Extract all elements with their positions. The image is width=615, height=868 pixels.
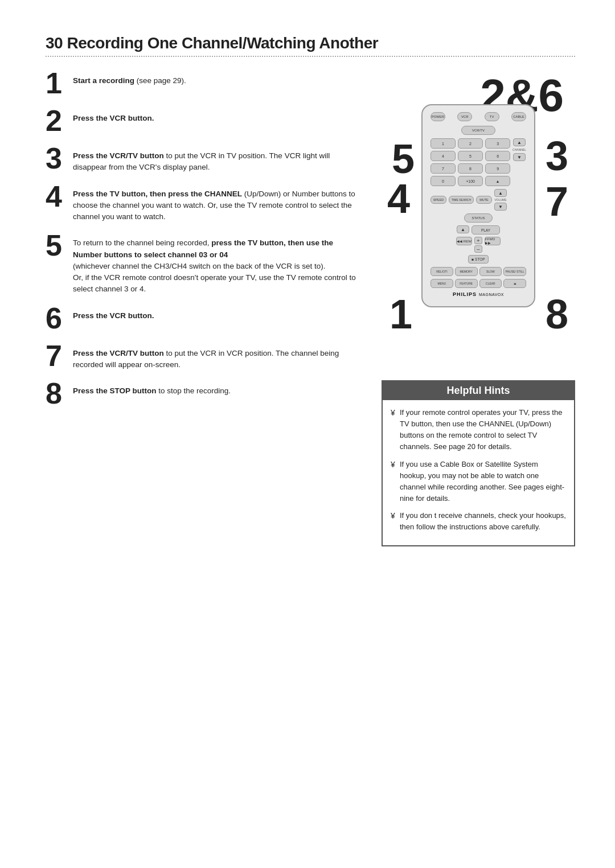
- step-2-bold: Press the VCR button.: [73, 114, 154, 122]
- remote-diagram: 2&6 5 4 3 7 1 8 POWER VCR TV CABLE: [387, 73, 569, 369]
- num-6-button[interactable]: 6: [485, 151, 510, 161]
- rew-button[interactable]: ◀◀ REW: [456, 237, 472, 245]
- step-8: 8 Press the STOP button to stop the reco…: [46, 383, 359, 408]
- status-row: STATUS: [430, 213, 526, 223]
- clear-button[interactable]: CLEAR: [479, 279, 502, 288]
- hint-text-1: If your remote control operates your TV,…: [400, 407, 566, 453]
- overlay-num-7: 7: [546, 181, 568, 222]
- hint-text-3: If you don t receive channels, check you…: [400, 510, 566, 533]
- brand-philips: PHILIPS: [453, 291, 477, 297]
- num-0-button[interactable]: 0: [430, 176, 456, 186]
- power-button[interactable]: POWER: [430, 112, 445, 121]
- step-8-number: 8: [46, 379, 67, 408]
- step-8-content: Press the STOP button to stop the record…: [73, 383, 359, 408]
- step-1-number: 1: [46, 68, 67, 98]
- overlay-num-4: 4: [387, 178, 410, 219]
- step-3-bold: Press the VCR/TV button: [73, 151, 164, 160]
- status-button[interactable]: STATUS: [464, 213, 493, 223]
- step-6: 6 Press the VCR button.: [46, 308, 359, 333]
- slow-button[interactable]: SLOW: [479, 267, 502, 276]
- menu-row: MENU FEATURE CLEAR ⏏: [430, 279, 526, 288]
- step-1-normal: (see page 29).: [134, 76, 186, 85]
- bottom-section: REL/OTI MEMORY SLOW PAUSE/ STILL: [430, 267, 526, 276]
- steps-column: 1 Start a recording (see page 29). 2 Pre…: [46, 73, 359, 546]
- plus-button[interactable]: +: [474, 237, 482, 244]
- time-search-button[interactable]: TIME SEARCH: [449, 196, 474, 204]
- pause-still-button[interactable]: PAUSE/ STILL: [503, 267, 526, 276]
- section-divider: [46, 56, 575, 57]
- stop-row: ■ STOP: [430, 255, 526, 264]
- stop-button[interactable]: ■ STOP: [468, 255, 489, 264]
- speed-button[interactable]: SPEED: [430, 196, 446, 204]
- channel-down-button[interactable]: ▼: [513, 153, 526, 161]
- remote-control: POWER VCR TV CABLE VCR/TV 1 2: [421, 104, 535, 307]
- overlay-num-1: 1: [390, 294, 412, 335]
- step-3-content: Press the VCR/TV button to put the VCR i…: [73, 148, 359, 174]
- hint-bullet-3: ¥: [391, 510, 397, 533]
- remote-body: POWER VCR TV CABLE VCR/TV 1 2: [421, 104, 535, 307]
- hint-item-2: ¥ If you use a Cable Box or Satellite Sy…: [391, 459, 566, 505]
- step-2-content: Press the VCR button.: [73, 110, 359, 135]
- page-title: 30 Recording One Channel/Watching Anothe…: [46, 34, 575, 52]
- play-up-arrow[interactable]: ▲: [457, 225, 469, 233]
- step-2-number: 2: [46, 106, 67, 135]
- speed-row: SPEED TIME SEARCH MUTE ▲ VOLUME ▼: [430, 189, 526, 211]
- step-5: 5 To return to the channel being recorde…: [46, 235, 359, 295]
- vol-down-button[interactable]: ▼: [494, 203, 507, 211]
- memory-button[interactable]: MEMORY: [455, 267, 478, 276]
- hint-item-1: ¥ If your remote control operates your T…: [391, 407, 566, 453]
- volume-label: VOLUME: [494, 198, 506, 201]
- step-1-content: Start a recording (see page 29).: [73, 73, 359, 98]
- step-5-number: 5: [46, 231, 67, 295]
- helpful-hints-box: Helpful Hints ¥ If your remote control o…: [382, 380, 575, 546]
- num-100-button[interactable]: +100: [458, 176, 483, 186]
- right-column: 2&6 5 4 3 7 1 8 POWER VCR TV CABLE: [382, 73, 575, 546]
- volume-column: ▲ VOLUME ▼: [494, 189, 507, 211]
- step-6-bold: Press the VCR button.: [73, 311, 154, 320]
- play-button[interactable]: PLAY: [472, 225, 500, 235]
- feature-button[interactable]: FEATURE: [455, 279, 478, 288]
- step-7-number: 7: [46, 341, 67, 371]
- vcr-button[interactable]: VCR: [457, 112, 472, 121]
- step-5-prefix: To return to the channel being recorded,: [73, 238, 211, 247]
- plus-minus-buttons: + –: [474, 237, 482, 253]
- cable-button[interactable]: CABLE: [511, 112, 526, 121]
- step-5-content: To return to the channel being recorded,…: [73, 235, 359, 295]
- vcrtv-row: VCR/TV: [430, 126, 526, 135]
- step-6-number: 6: [46, 303, 67, 333]
- vcrtv-button[interactable]: VCR/TV: [461, 126, 495, 135]
- step-4-number: 4: [46, 182, 67, 223]
- vol-up-button[interactable]: ▲: [494, 189, 507, 197]
- num-1-button[interactable]: 1: [430, 138, 456, 149]
- num-4-button[interactable]: 4: [430, 151, 456, 161]
- num-3-button[interactable]: 3: [485, 138, 510, 149]
- mute-button[interactable]: MUTE: [476, 196, 492, 204]
- step-3-number: 3: [46, 143, 67, 174]
- step-8-bold: Press the STOP button: [73, 386, 157, 395]
- num-2-button[interactable]: 2: [458, 138, 483, 149]
- channel-column: ▲ CHANNEL ▼: [512, 138, 526, 186]
- overlay-num-8: 8: [546, 294, 568, 335]
- step-8-normal: to stop the recording.: [157, 386, 231, 395]
- step-7: 7 Press the VCR/TV button to put the VCR…: [46, 345, 359, 371]
- overlay-num-3: 3: [546, 135, 568, 176]
- overlay-num-5: 5: [392, 138, 415, 179]
- hint-text-2: If you use a Cable Box or Satellite Syst…: [400, 459, 566, 505]
- minus-button[interactable]: –: [474, 245, 482, 253]
- eject-button[interactable]: ⏏: [503, 279, 526, 288]
- step-5-normal: (whichever channel the CH3/CH4 switch on…: [73, 262, 356, 294]
- num-9-button[interactable]: 9: [485, 163, 510, 174]
- channel-up-button[interactable]: ▲: [513, 138, 526, 146]
- num-up-button[interactable]: ▲: [485, 176, 510, 186]
- brand-magnavox: MAGNAVOX: [479, 293, 504, 297]
- rel-oti-button[interactable]: REL/OTI: [430, 267, 453, 276]
- menu-button[interactable]: MENU: [430, 279, 453, 288]
- num-8-button[interactable]: 8: [458, 163, 483, 174]
- transport-row: ◀◀ REW + – FFWD ▶▶: [430, 237, 526, 253]
- channel-label: CHANNEL: [512, 148, 526, 151]
- ffwd-button[interactable]: FFWD ▶▶: [485, 237, 501, 245]
- num-5-button[interactable]: 5: [458, 151, 483, 161]
- helpful-hints-content: ¥ If your remote control operates your T…: [383, 400, 574, 545]
- tv-button[interactable]: TV: [485, 112, 499, 121]
- num-7-button[interactable]: 7: [430, 163, 456, 174]
